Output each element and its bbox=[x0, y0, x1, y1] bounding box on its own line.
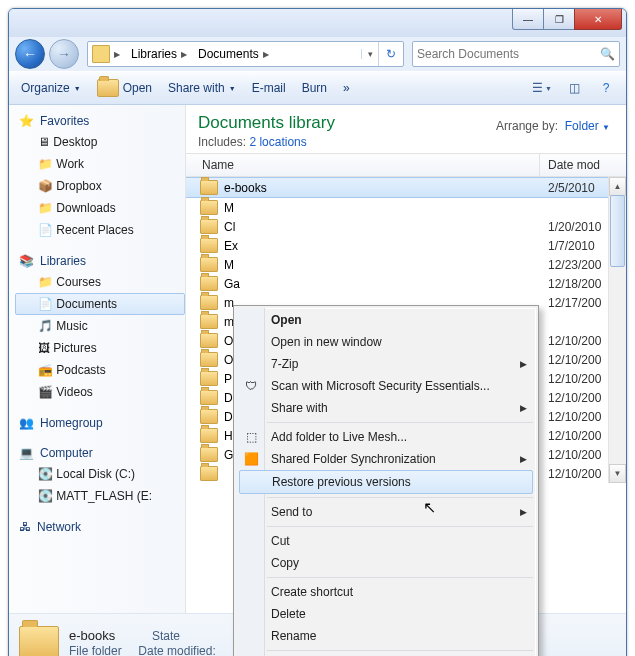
maximize-button[interactable]: ❐ bbox=[543, 9, 575, 30]
table-row[interactable]: Ga12/18/200 bbox=[186, 274, 626, 293]
sidebar-item[interactable]: 🎵 Music bbox=[15, 315, 185, 337]
network-header[interactable]: 🖧 Network bbox=[15, 517, 185, 537]
shield-icon: 🛡 bbox=[243, 378, 259, 394]
breadcrumb-libraries[interactable]: Libraries bbox=[131, 47, 177, 61]
organize-button[interactable]: Organize▼ bbox=[17, 79, 85, 97]
table-row[interactable]: Ex1/7/2010 bbox=[186, 236, 626, 255]
folder-icon bbox=[200, 295, 218, 310]
column-headers[interactable]: Name Date mod bbox=[186, 153, 626, 177]
sidebar-item[interactable]: 📻 Podcasts bbox=[15, 359, 185, 381]
details-type: File folder bbox=[69, 644, 122, 657]
library-subtitle: Includes: 2 locations bbox=[198, 135, 614, 149]
sidebar-item[interactable]: 💽 MATT_FLASH (E: bbox=[15, 485, 185, 507]
back-button[interactable]: ← bbox=[15, 39, 45, 69]
close-button[interactable]: ✕ bbox=[574, 9, 622, 30]
context-menu-item[interactable]: Send to▶ bbox=[237, 501, 535, 523]
context-menu-item[interactable]: ⬚Add folder to Live Mesh... bbox=[237, 426, 535, 448]
nav-row: ← → ▶ Libraries▶ Documents▶ ▾ ↻ Search D… bbox=[9, 37, 626, 71]
computer-header[interactable]: 💻 Computer bbox=[15, 443, 185, 463]
arrange-by[interactable]: Arrange by: Folder ▼ bbox=[496, 119, 610, 133]
folder-icon bbox=[200, 428, 218, 443]
sidebar-item[interactable]: 🖼 Pictures bbox=[15, 337, 185, 359]
location-icon bbox=[92, 45, 110, 63]
column-name[interactable]: Name bbox=[186, 154, 540, 176]
submenu-arrow-icon: ▶ bbox=[520, 403, 527, 413]
toolbar-overflow[interactable]: » bbox=[339, 79, 354, 97]
open-button[interactable]: Open bbox=[93, 77, 156, 99]
sidebar-item[interactable]: 📄 Documents bbox=[15, 293, 185, 315]
folder-icon bbox=[200, 409, 218, 424]
context-menu-item[interactable]: Copy bbox=[237, 552, 535, 574]
context-menu-item[interactable]: Share with▶ bbox=[237, 397, 535, 419]
burn-button[interactable]: Burn bbox=[298, 79, 331, 97]
view-button[interactable]: ☰▼ bbox=[530, 77, 554, 99]
folder-icon bbox=[200, 314, 218, 329]
context-menu-item[interactable]: Open in new window bbox=[237, 331, 535, 353]
context-menu-item[interactable]: Rename bbox=[237, 625, 535, 647]
submenu-arrow-icon: ▶ bbox=[520, 454, 527, 464]
help-button[interactable]: ? bbox=[594, 77, 618, 99]
folder-icon bbox=[200, 447, 218, 462]
address-bar[interactable]: ▶ Libraries▶ Documents▶ ▾ ↻ bbox=[87, 41, 404, 67]
breadcrumb-documents[interactable]: Documents bbox=[198, 47, 259, 61]
sidebar-item[interactable]: 📁 Courses bbox=[15, 271, 185, 293]
folder-icon bbox=[200, 390, 218, 405]
table-row[interactable]: M12/23/200 bbox=[186, 255, 626, 274]
context-menu-item[interactable]: Delete bbox=[237, 603, 535, 625]
sidebar-item[interactable]: 🎬 Videos bbox=[15, 381, 185, 403]
preview-pane-button[interactable]: ◫ bbox=[562, 77, 586, 99]
sidebar-item[interactable]: 📁 Work bbox=[15, 153, 185, 175]
email-button[interactable]: E-mail bbox=[248, 79, 290, 97]
context-menu-item[interactable]: 🟧Shared Folder Synchronization▶ bbox=[237, 448, 535, 470]
sidebar-item[interactable]: 📄 Recent Places bbox=[15, 219, 185, 241]
table-row[interactable]: Cl1/20/2010 bbox=[186, 217, 626, 236]
forward-button[interactable]: → bbox=[49, 39, 79, 69]
nav-pane: ⭐ Favorites 🖥 Desktop📁 Work📦 Dropbox📁 Do… bbox=[9, 105, 186, 613]
details-state-label: State bbox=[152, 629, 180, 643]
locations-link[interactable]: 2 locations bbox=[249, 135, 306, 149]
sidebar-item[interactable]: 🖥 Desktop bbox=[15, 131, 185, 153]
mesh-icon: ⬚ bbox=[243, 429, 259, 445]
scroll-up-button[interactable]: ▲ bbox=[609, 177, 626, 196]
folder-icon bbox=[200, 333, 218, 348]
context-menu-item[interactable]: Create shortcut bbox=[237, 581, 535, 603]
search-input[interactable]: Search Documents 🔍 bbox=[412, 41, 620, 67]
favorites-header[interactable]: ⭐ Favorites bbox=[15, 111, 185, 131]
libraries-header[interactable]: 📚 Libraries bbox=[15, 251, 185, 271]
context-menu-item[interactable]: Cut bbox=[237, 530, 535, 552]
scroll-thumb[interactable] bbox=[610, 195, 625, 267]
titlebar: — ❐ ✕ bbox=[9, 9, 626, 37]
sidebar-item[interactable]: 📁 Downloads bbox=[15, 197, 185, 219]
folder-icon bbox=[200, 257, 218, 272]
search-placeholder: Search Documents bbox=[417, 47, 519, 61]
folder-icon bbox=[200, 371, 218, 386]
context-menu-item[interactable]: 7-Zip▶ bbox=[237, 353, 535, 375]
context-menu-item[interactable]: Restore previous versions bbox=[239, 470, 533, 494]
folder-icon bbox=[200, 352, 218, 367]
details-name: e-books bbox=[69, 628, 115, 643]
search-icon: 🔍 bbox=[600, 47, 615, 61]
minimize-button[interactable]: — bbox=[512, 9, 544, 30]
folder-icon bbox=[200, 219, 218, 234]
context-menu: OpenOpen in new window7-Zip▶🛡Scan with M… bbox=[233, 305, 539, 656]
sync-icon: 🟧 bbox=[243, 451, 259, 467]
sidebar-item[interactable]: 📦 Dropbox bbox=[15, 175, 185, 197]
address-dropdown[interactable]: ▾ bbox=[361, 49, 378, 59]
homegroup-header[interactable]: 👥 Homegroup bbox=[15, 413, 185, 433]
scrollbar[interactable]: ▲ ▼ bbox=[608, 177, 626, 483]
context-menu-item[interactable]: 🛡Scan with Microsoft Security Essentials… bbox=[237, 375, 535, 397]
share-with-button[interactable]: Share with▼ bbox=[164, 79, 240, 97]
refresh-button[interactable]: ↻ bbox=[378, 42, 403, 66]
explorer-window: — ❐ ✕ ← → ▶ Libraries▶ Documents▶ ▾ ↻ Se… bbox=[8, 8, 627, 656]
sidebar-item[interactable]: 💽 Local Disk (C:) bbox=[15, 463, 185, 485]
submenu-arrow-icon: ▶ bbox=[520, 507, 527, 517]
details-modified-label: Date modified: bbox=[138, 644, 215, 657]
folder-icon bbox=[19, 626, 59, 656]
context-menu-item[interactable]: Open bbox=[237, 309, 535, 331]
scroll-down-button[interactable]: ▼ bbox=[609, 464, 626, 483]
body: ⭐ Favorites 🖥 Desktop📁 Work📦 Dropbox📁 Do… bbox=[9, 105, 626, 613]
column-date[interactable]: Date mod bbox=[540, 154, 626, 176]
table-row[interactable]: e-books2/5/2010 bbox=[186, 177, 626, 198]
table-row[interactable]: M bbox=[186, 198, 626, 217]
toolbar: Organize▼ Open Share with▼ E-mail Burn »… bbox=[9, 71, 626, 105]
